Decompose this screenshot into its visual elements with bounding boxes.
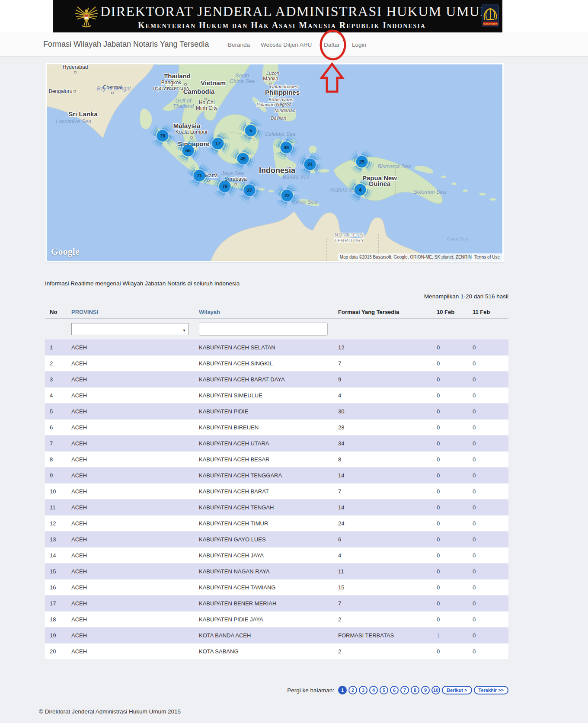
cell-10feb: 0	[437, 440, 473, 447]
cell-no: 6	[45, 424, 71, 431]
map-cluster-marker[interactable]: 71	[188, 164, 211, 187]
cell-no: 8	[45, 456, 71, 463]
cell-no: 3	[45, 376, 71, 383]
cell-formasi: 30	[338, 408, 437, 415]
map-cluster-marker[interactable]: 4	[348, 178, 372, 202]
map-panel: HyderabadChennaiBengaluruBay of BengalSr…	[45, 63, 504, 262]
map-city-dot	[74, 71, 77, 74]
col-10feb: 10 Feb	[437, 309, 473, 315]
provinsi-filter-select[interactable]	[71, 323, 189, 335]
cell-10feb: 0	[437, 488, 473, 495]
cell-wilayah: KABUPATEN ACEH UTARA	[199, 440, 338, 447]
pagination-page-8[interactable]: 8	[411, 686, 419, 694]
cell-no: 10	[45, 488, 71, 495]
cell-11feb: 0	[473, 600, 508, 607]
map-label: Luzon	[266, 70, 279, 76]
pagination-page-7[interactable]: 7	[400, 686, 409, 694]
col-provinsi-sort[interactable]: PROVINSI	[71, 309, 98, 315]
svg-text:27: 27	[247, 188, 252, 193]
pagination-last[interactable]: Terakhir >>	[474, 686, 509, 694]
site-subtitle: Kementerian Hukum dan Hak Asasi Manusia …	[100, 20, 463, 30]
map-cluster-marker[interactable]: 24	[298, 153, 322, 176]
map-label: Indonesia	[259, 166, 296, 175]
cell-no: 18	[45, 616, 71, 623]
table-row: 3ACEHKABUPATEN ACEH BARAT DAYA900	[45, 371, 508, 387]
cell-11feb: 0	[473, 616, 508, 623]
pagination-page-2[interactable]: 2	[348, 686, 357, 694]
nav-link-website-ditjen-ahu[interactable]: Website Ditjen AHU	[261, 42, 312, 48]
table-filter-row	[45, 319, 508, 339]
svg-text:45: 45	[240, 156, 246, 161]
map-label: Vietnam	[201, 79, 226, 86]
nav-link-beranda[interactable]: Beranda	[228, 42, 250, 48]
map-cluster-marker[interactable]: 79	[213, 175, 236, 198]
nav-link-login[interactable]: Login	[352, 42, 366, 48]
cell-11feb: 0	[473, 552, 508, 559]
svg-text:55: 55	[185, 148, 191, 153]
cell-provinsi: ACEH	[71, 568, 199, 575]
cell-provinsi: ACEH	[71, 648, 199, 655]
cell-10feb: 0	[437, 616, 473, 623]
cell-10feb[interactable]: 1	[437, 632, 473, 639]
nav-link-daftar[interactable]: Daftar	[324, 42, 340, 48]
map-label: Bay of Bengal	[97, 86, 131, 92]
pagination-page-5[interactable]: 5	[380, 686, 388, 694]
cell-formasi: 9	[338, 376, 437, 383]
map-cluster-marker[interactable]: 55	[176, 139, 200, 162]
realtime-caption: Informasi Realtime mengenai Wilayah Jaba…	[45, 280, 240, 287]
cell-formasi: 8	[338, 456, 437, 463]
google-logo[interactable]: Google	[51, 246, 80, 257]
pagination-page-4[interactable]: 4	[369, 686, 378, 694]
wilayah-filter-input[interactable]	[199, 323, 328, 336]
cell-formasi: 4	[338, 552, 437, 559]
cell-formasi: 28	[338, 424, 437, 431]
cell-wilayah: KABUPATEN ACEH BESAR	[199, 456, 338, 463]
map-cluster-marker[interactable]: 25	[350, 150, 374, 173]
cell-no: 20	[45, 648, 71, 655]
cell-provinsi: ACEH	[71, 472, 199, 479]
pagination-page-6[interactable]: 6	[390, 686, 399, 694]
map-cluster-marker[interactable]: 45	[231, 147, 255, 170]
map-label: Cambodia	[183, 88, 215, 95]
svg-text:5: 5	[249, 128, 252, 133]
cell-no: 12	[45, 520, 71, 527]
cell-no: 4	[45, 392, 71, 399]
map-label: Manila	[263, 76, 278, 82]
pagination-page-3[interactable]: 3	[359, 686, 368, 694]
map-cluster-marker[interactable]: 5	[239, 119, 262, 142]
cell-wilayah: KABUPATEN NAGAN RAYA	[199, 568, 338, 575]
cell-provinsi: ACEH	[71, 344, 199, 351]
map-cluster-marker[interactable]: 78	[151, 124, 174, 147]
cell-provinsi: ACEH	[71, 520, 199, 527]
col-wilayah-sort[interactable]: Wilayah	[199, 309, 220, 315]
cell-10feb: 0	[437, 424, 473, 431]
pagination-page-9[interactable]: 9	[421, 686, 430, 694]
pagination-page-10[interactable]: 10	[431, 686, 440, 694]
cell-no: 2	[45, 360, 71, 367]
pagination-next[interactable]: Berikut >	[442, 686, 472, 694]
cell-provinsi: ACEH	[71, 600, 199, 607]
map-cluster-marker[interactable]: 27	[238, 179, 261, 202]
cell-10feb: 0	[437, 520, 473, 527]
site-title: DIREKTORAT JENDERAL ADMINISTRASI HUKUM U…	[100, 3, 463, 19]
cell-no: 1	[45, 344, 71, 351]
map-terms-link[interactable]: Terms of Use	[472, 253, 502, 261]
google-map[interactable]: HyderabadChennaiBengaluruBay of BengalSr…	[47, 64, 502, 261]
cell-no: 13	[45, 536, 71, 543]
map-cluster-marker[interactable]: 49	[275, 136, 298, 159]
pagination-page-1[interactable]: 1	[338, 686, 347, 694]
cell-no: 9	[45, 472, 71, 479]
garuda-logo-icon	[75, 3, 98, 29]
cell-no: 5	[45, 408, 71, 415]
map-label: Java Sea	[221, 170, 244, 176]
map-cluster-marker[interactable]: 17	[206, 132, 230, 155]
map-cluster-marker[interactable]: 22	[275, 184, 299, 207]
table-row: 2ACEHKABUPATEN ACEH SINGKIL700	[45, 355, 508, 371]
table-row: 7ACEHKABUPATEN ACEH UTARA3400	[45, 435, 508, 451]
cell-formasi: 2	[338, 616, 437, 623]
svg-text:4: 4	[359, 187, 362, 192]
cell-11feb: 0	[473, 360, 508, 367]
cell-provinsi: ACEH	[71, 440, 199, 447]
results-summary: Menampilkan 1-20 dari 516 hasil	[292, 293, 508, 300]
cell-10feb: 0	[437, 552, 473, 559]
